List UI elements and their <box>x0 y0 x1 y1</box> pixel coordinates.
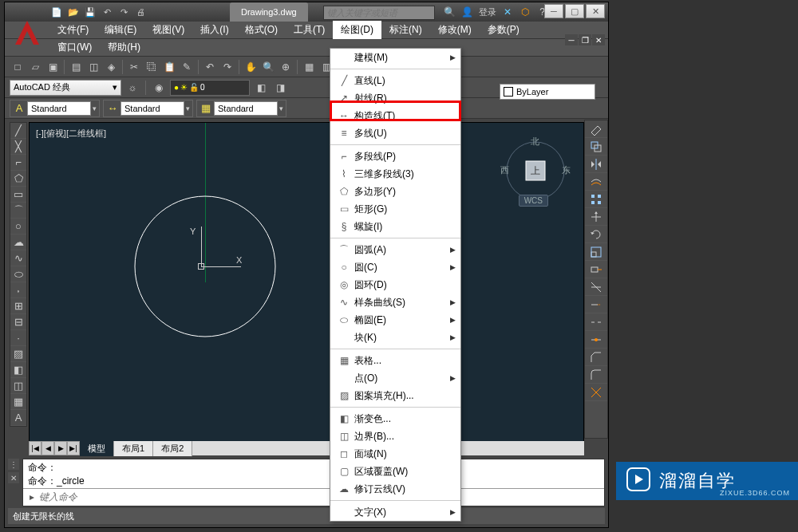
menu-tools[interactable]: 工具(T) <box>286 21 333 39</box>
gradient-icon[interactable]: ◧ <box>10 362 26 378</box>
menu-item-mline[interactable]: ≡多线(U) <box>330 124 460 142</box>
ellipse-arc-icon[interactable]: ⬫ <box>10 282 26 298</box>
redo-icon[interactable]: ↷ <box>219 59 235 75</box>
menu-item-polygon[interactable]: ⬠多边形(Y) <box>330 183 460 200</box>
exchange-icon[interactable]: ✕ <box>501 6 514 18</box>
menu-item-revcloud[interactable]: ☁修订云线(V) <box>330 480 460 498</box>
undo-icon[interactable]: ↶ <box>100 5 114 19</box>
document-tab[interactable]: Drawing3.dwg <box>230 2 308 22</box>
stretch-icon[interactable] <box>585 261 607 278</box>
tab-first-icon[interactable]: |◀ <box>29 441 41 455</box>
print-icon[interactable]: 🖨 <box>133 5 148 19</box>
menu-item-gradient[interactable]: ◧渐变色... <box>330 410 460 428</box>
menu-item-pline3d[interactable]: ⌇三维多段线(3) <box>330 165 460 183</box>
erase-icon[interactable] <box>585 120 607 138</box>
menu-item-hatch[interactable]: ▨图案填充(H)... <box>330 387 460 404</box>
copy-icon[interactable] <box>585 138 607 156</box>
menu-item-block[interactable]: 块(K)▶ <box>330 329 460 346</box>
hatch-icon[interactable]: ▨ <box>10 346 26 362</box>
ellipse-icon[interactable]: ⬭ <box>10 266 26 282</box>
menu-item-pline[interactable]: ⌐多段线(P) <box>330 148 460 165</box>
cut-icon[interactable]: ✂ <box>126 59 142 75</box>
region-icon[interactable]: ◫ <box>10 378 26 394</box>
properties-icon[interactable]: ▦ <box>301 59 317 75</box>
cmd-handle-icon[interactable]: ⋮ <box>8 459 19 470</box>
tab-layout1[interactable]: 布局1 <box>114 441 153 456</box>
menu-item-text[interactable]: 文字(X)▶ <box>330 503 460 521</box>
join-icon[interactable] <box>585 331 607 349</box>
open-icon[interactable]: ▱ <box>27 59 43 75</box>
menu-item-xline[interactable]: ↔构造线(T) <box>330 107 460 124</box>
plot-icon[interactable]: ▤ <box>68 59 84 75</box>
login-text[interactable]: 登录 <box>479 6 496 18</box>
search-icon[interactable]: 🔍 <box>444 6 456 18</box>
child-restore-button[interactable]: ❐ <box>579 34 591 45</box>
line-icon[interactable]: ╱ <box>10 123 26 139</box>
text-style-icon[interactable]: A <box>13 102 26 115</box>
tab-last-icon[interactable]: ▶| <box>67 441 80 455</box>
menu-item-helix[interactable]: §螺旋(I) <box>330 218 460 235</box>
pan-icon[interactable]: ✋ <box>243 59 259 75</box>
extend-icon[interactable] <box>585 296 607 313</box>
dim-style-icon[interactable]: ↔ <box>106 102 119 115</box>
menu-help[interactable]: 帮助(H) <box>100 38 148 57</box>
open-icon[interactable]: 📂 <box>66 5 81 19</box>
menu-edit[interactable]: 编辑(E) <box>97 21 144 39</box>
menu-item-point[interactable]: 点(O)▶ <box>330 369 460 387</box>
offset-icon[interactable] <box>585 173 607 191</box>
save-icon[interactable]: ▣ <box>45 59 61 75</box>
chamfer-icon[interactable] <box>585 349 607 366</box>
circle-icon[interactable]: ○ <box>10 219 26 234</box>
menu-window[interactable]: 窗口(W) <box>49 38 100 57</box>
match-icon[interactable]: ✎ <box>179 59 195 75</box>
tab-layout2[interactable]: 布局2 <box>153 441 192 456</box>
menu-insert[interactable]: 插入(I) <box>192 21 236 39</box>
menu-item-line[interactable]: ╱直线(L) <box>330 72 460 89</box>
cloud-icon[interactable]: ⬡ <box>519 6 531 18</box>
drawing-area[interactable]: [-][俯视][二维线框] Y X 上 北 南 东 西 WCS <box>29 122 584 447</box>
array-icon[interactable] <box>585 191 607 208</box>
menu-dimension[interactable]: 标注(N) <box>381 21 430 39</box>
undo-icon[interactable]: ↶ <box>202 59 218 75</box>
view-cube[interactable]: 上 北 南 东 西 <box>504 139 567 203</box>
trim-icon[interactable] <box>585 278 607 296</box>
color-select[interactable]: ByLayer <box>500 84 595 100</box>
menu-item-region[interactable]: ◻面域(N) <box>330 445 460 463</box>
menu-item-wipeout[interactable]: ▢区域覆盖(W) <box>330 463 460 480</box>
menu-item-boundary[interactable]: ◫边界(B)... <box>330 428 460 445</box>
point-icon[interactable]: · <box>10 330 26 346</box>
menu-item-circle[interactable]: ○圆(C)▶ <box>330 258 460 276</box>
new-icon[interactable]: □ <box>10 59 26 75</box>
tab-next-icon[interactable]: ▶ <box>54 441 67 455</box>
new-icon[interactable]: 📄 <box>49 5 64 19</box>
pline-icon[interactable]: ⌐ <box>10 155 26 171</box>
menu-item-ray[interactable]: ↗射线(R) <box>330 89 460 107</box>
menu-modify[interactable]: 修改(M) <box>430 21 480 39</box>
table-style-select[interactable]: Standard <box>214 101 278 116</box>
wcs-label[interactable]: WCS <box>519 195 548 207</box>
table-style-icon[interactable]: ▦ <box>200 102 212 115</box>
revcloud-icon[interactable]: ☁ <box>10 234 26 250</box>
tab-prev-icon[interactable]: ◀ <box>41 441 54 455</box>
menu-item-arc[interactable]: ⌒圆弧(A)▶ <box>330 241 460 258</box>
make-block-icon[interactable]: ⊟ <box>10 314 26 330</box>
rectangle-icon[interactable]: ▭ <box>10 187 26 203</box>
table-icon[interactable]: ▦ <box>10 394 26 410</box>
publish-icon[interactable]: ◈ <box>103 59 119 75</box>
insert-block-icon[interactable]: ⊞ <box>10 298 26 314</box>
layer-select[interactable]: ●☀🔓0 <box>170 80 250 96</box>
menu-parametric[interactable]: 参数(P) <box>480 21 527 39</box>
paste-icon[interactable]: 📋 <box>161 59 177 75</box>
menu-format[interactable]: 格式(O) <box>237 21 286 39</box>
move-icon[interactable] <box>585 208 607 226</box>
close-button[interactable]: ✕ <box>586 4 605 18</box>
zoom-extents-icon[interactable]: ⊕ <box>278 59 294 75</box>
spline-icon[interactable]: ∿ <box>10 250 26 266</box>
search-input[interactable] <box>323 6 435 20</box>
menu-item-table[interactable]: ▦表格... <box>330 352 460 369</box>
dim-style-select[interactable]: Standard <box>120 101 184 116</box>
cmd-close-icon[interactable]: ✕ <box>8 472 19 483</box>
search-box[interactable] <box>323 5 435 20</box>
menu-item-modeling[interactable]: 建模(M)▶ <box>330 49 460 66</box>
rotate-icon[interactable] <box>585 226 607 243</box>
